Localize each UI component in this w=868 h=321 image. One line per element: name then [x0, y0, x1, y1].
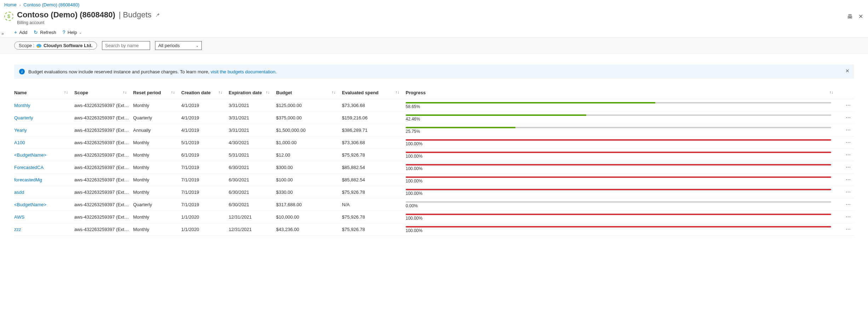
- search-input[interactable]: [102, 41, 150, 50]
- chevron-down-icon: ⌄: [79, 30, 82, 34]
- cell-progress: 100.00%: [406, 149, 840, 161]
- help-icon: ?: [63, 29, 65, 35]
- cell-reset: Monthly: [133, 136, 181, 149]
- table-row: zzzaws-432263259397 (External ...Monthly…: [14, 223, 854, 236]
- sort-icon[interactable]: ↑↓: [829, 90, 833, 94]
- row-menu-icon[interactable]: ⋯: [840, 198, 854, 211]
- cell-reset: Monthly: [133, 149, 181, 161]
- cloud-icon: [36, 44, 41, 47]
- cell-progress: 100.00%: [406, 186, 840, 198]
- cell-spend: $73,306.68: [342, 99, 406, 112]
- expand-menu-icon[interactable]: »: [1, 31, 4, 36]
- col-budget[interactable]: Budget↑↓: [276, 87, 342, 99]
- table-row: forecastedMgaws-432263259397 (External .…: [14, 174, 854, 186]
- chevron-down-icon: ⌄: [196, 44, 199, 47]
- cell-scope: aws-432263259397 (External ...: [74, 99, 133, 112]
- cell-spend: $85,882.54: [342, 174, 406, 186]
- chevron-right-icon: ›: [19, 3, 21, 7]
- row-menu-icon[interactable]: ⋯: [840, 161, 854, 174]
- cell-edate: 5/31/2021: [229, 149, 276, 161]
- cell-budget: $375,000.00: [276, 112, 342, 124]
- row-menu-icon[interactable]: ⋯: [840, 112, 854, 124]
- cell-scope: aws-432263259397 (External ...: [74, 161, 133, 174]
- budget-link[interactable]: forecastedMg: [14, 177, 42, 182]
- budget-link[interactable]: Yearly: [14, 128, 27, 133]
- budget-link[interactable]: <BudgetName>: [14, 202, 46, 207]
- sort-icon[interactable]: ↑↓: [332, 90, 336, 94]
- row-menu-icon[interactable]: ⋯: [840, 149, 854, 161]
- print-icon[interactable]: 🖶︎: [847, 13, 853, 20]
- cell-budget: $1,500,000.00: [276, 124, 342, 136]
- budget-link[interactable]: AWS: [14, 214, 24, 220]
- cell-budget: $43,236.00: [276, 223, 342, 236]
- budget-link[interactable]: Monthly: [14, 103, 30, 108]
- col-scope[interactable]: Scope↑↓: [74, 87, 133, 99]
- cell-cdate: 1/1/2020: [181, 223, 229, 236]
- cell-cdate: 7/1/2019: [181, 161, 229, 174]
- cell-spend: $85,882.54: [342, 161, 406, 174]
- cell-reset: Quarterly: [133, 198, 181, 211]
- cell-progress: 100.00%: [406, 211, 840, 223]
- budget-link[interactable]: A100: [14, 140, 25, 145]
- row-menu-icon[interactable]: ⋯: [840, 99, 854, 112]
- cell-scope: aws-432263259397 (External ...: [74, 124, 133, 136]
- cell-budget: $12.00: [276, 149, 342, 161]
- budget-link[interactable]: Quarterly: [14, 115, 33, 120]
- budget-link[interactable]: asdd: [14, 190, 24, 195]
- cell-spend: $159,216.06: [342, 112, 406, 124]
- budgets-table: Name↑↓ Scope↑↓ Reset period↑↓ Creation d…: [14, 87, 854, 236]
- breadcrumb-home[interactable]: Home: [4, 2, 17, 7]
- banner-close-icon[interactable]: ✕: [845, 68, 850, 74]
- budget-link[interactable]: <BudgetName>: [14, 152, 46, 158]
- col-cdate[interactable]: Creation date↑↓: [181, 87, 229, 99]
- sort-icon[interactable]: ↑↓: [266, 90, 270, 94]
- row-menu-icon[interactable]: ⋯: [840, 136, 854, 149]
- cell-spend: N/A: [342, 198, 406, 211]
- col-spend[interactable]: Evaluated spend↑↓: [342, 87, 406, 99]
- col-name[interactable]: Name↑↓: [14, 87, 74, 99]
- budget-link[interactable]: ForecastedCA: [14, 165, 44, 170]
- cell-spend: $75,926.78: [342, 223, 406, 236]
- close-icon[interactable]: ✕: [858, 13, 863, 20]
- table-row: A100aws-432263259397 (External ...Monthl…: [14, 136, 854, 149]
- row-menu-icon[interactable]: ⋯: [840, 124, 854, 136]
- breadcrumb-current[interactable]: Contoso (Demo) (8608480): [23, 2, 79, 7]
- cell-cdate: 1/1/2020: [181, 211, 229, 223]
- info-icon: i: [19, 69, 25, 74]
- pin-icon[interactable]: 📌︎: [155, 12, 160, 18]
- row-menu-icon[interactable]: ⋯: [840, 211, 854, 223]
- cell-budget: $317,688.00: [276, 198, 342, 211]
- sort-icon[interactable]: ↑↓: [171, 90, 175, 94]
- period-select[interactable]: All periods ⌄: [155, 41, 202, 50]
- cell-reset: Annually: [133, 124, 181, 136]
- page-subtitle: Billing account: [17, 20, 160, 25]
- col-edate[interactable]: Expiration date↑↓: [229, 87, 276, 99]
- sort-icon[interactable]: ↑↓: [123, 90, 127, 94]
- col-reset[interactable]: Reset period↑↓: [133, 87, 181, 99]
- row-menu-icon[interactable]: ⋯: [840, 186, 854, 198]
- cell-spend: $75,926.78: [342, 211, 406, 223]
- sort-icon[interactable]: ↑↓: [395, 90, 399, 94]
- cell-edate: 6/30/2021: [229, 161, 276, 174]
- budget-link[interactable]: zzz: [14, 227, 21, 232]
- page-section: | Budgets: [119, 10, 152, 19]
- sort-icon[interactable]: ↑↓: [218, 90, 222, 94]
- cell-edate: 6/30/2021: [229, 198, 276, 211]
- refresh-button[interactable]: ↻Refresh: [34, 29, 56, 35]
- row-menu-icon[interactable]: ⋯: [840, 174, 854, 186]
- cell-progress: 100.00%: [406, 136, 840, 149]
- scope-selector[interactable]: Scope : Cloudyn Software Ltd.: [14, 41, 97, 50]
- cell-scope: aws-432263259397 (External ...: [74, 174, 133, 186]
- cell-edate: 12/31/2021: [229, 211, 276, 223]
- row-menu-icon[interactable]: ⋯: [840, 223, 854, 236]
- sort-icon[interactable]: ↑↓: [64, 90, 68, 94]
- col-progress[interactable]: Progress↑↓: [406, 87, 840, 99]
- cell-budget: $125,000.00: [276, 99, 342, 112]
- add-button[interactable]: +Add: [14, 29, 27, 35]
- cell-reset: Monthly: [133, 161, 181, 174]
- cell-cdate: 4/1/2019: [181, 99, 229, 112]
- cell-progress: 100.00%: [406, 161, 840, 174]
- info-link[interactable]: visit the budgets documentation.: [211, 69, 276, 74]
- command-bar: +Add ↻Refresh ?Help ⌄: [0, 27, 868, 38]
- help-button[interactable]: ?Help ⌄: [63, 29, 82, 35]
